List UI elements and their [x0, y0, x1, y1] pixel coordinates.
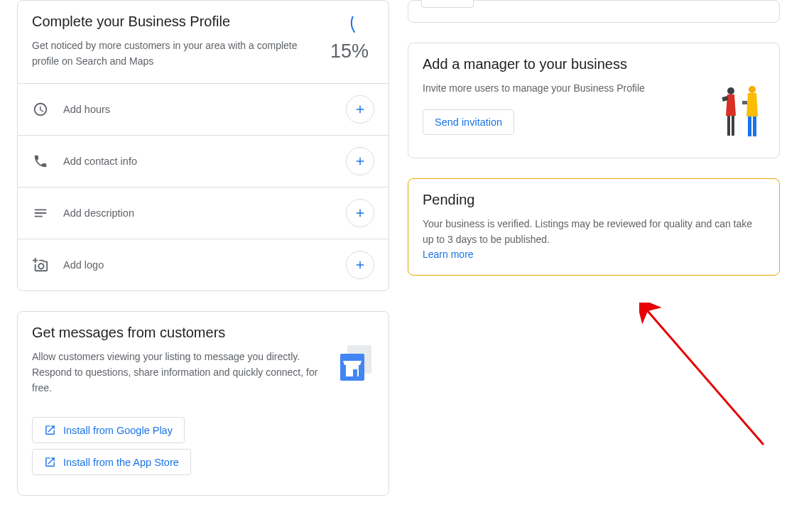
- progress-arc-icon: [332, 16, 367, 33]
- svg-rect-6: [732, 116, 734, 136]
- progress-percent: 15%: [330, 40, 369, 63]
- send-invitation-button[interactable]: Send invitation: [423, 109, 514, 135]
- notes-icon: [32, 205, 49, 222]
- action-add-logo[interactable]: Add logo: [18, 239, 389, 291]
- messages-title: Get messages from customers: [32, 325, 374, 341]
- pending-desc: Your business is verified. Listings may …: [423, 217, 765, 247]
- add-logo-button[interactable]: [346, 251, 374, 279]
- open-new-icon: [44, 424, 56, 436]
- learn-more-link[interactable]: Learn more: [423, 249, 474, 260]
- action-label: Add hours: [63, 104, 332, 115]
- plus-icon: [354, 103, 366, 116]
- pending-title: Pending: [423, 192, 765, 208]
- storefront-icon: [335, 344, 374, 396]
- add-contact-button[interactable]: [346, 147, 374, 175]
- messages-card: Get messages from customers Allow custom…: [17, 311, 389, 496]
- manager-title: Add a manager to your business: [423, 56, 765, 72]
- action-add-hours[interactable]: Add hours: [18, 84, 389, 136]
- pending-card: Pending Your business is verified. Listi…: [408, 178, 780, 276]
- svg-rect-9: [748, 116, 751, 136]
- action-add-contact[interactable]: Add contact info: [18, 136, 389, 188]
- svg-point-4: [727, 87, 734, 94]
- svg-rect-10: [753, 116, 756, 136]
- add-description-button[interactable]: [346, 199, 374, 227]
- complete-profile-card: Complete your Business Profile Get notic…: [17, 0, 389, 291]
- phone-icon: [32, 153, 49, 170]
- profile-title: Complete your Business Profile: [32, 13, 316, 30]
- add-manager-card: Add a manager to your business Invite mo…: [408, 43, 780, 158]
- action-label: Add description: [63, 207, 332, 219]
- profile-desc: Get noticed by more customers in your ar…: [32, 38, 316, 69]
- action-add-description[interactable]: Add description: [18, 188, 389, 239]
- people-illustration-icon: [717, 84, 765, 143]
- open-new-icon: [44, 456, 56, 468]
- action-label: Add contact info: [63, 156, 332, 167]
- partial-card-top: [408, 0, 780, 23]
- svg-rect-3: [353, 369, 357, 376]
- plus-icon: [354, 155, 366, 168]
- install-app-store-button[interactable]: Install from the App Store: [32, 449, 191, 475]
- messages-desc: Allow customers viewing your listing to …: [32, 349, 320, 396]
- manager-desc: Invite more users to manage your Busines…: [423, 81, 704, 97]
- plus-icon: [354, 259, 366, 271]
- svg-point-8: [749, 86, 756, 93]
- add-hours-button[interactable]: [346, 95, 374, 124]
- install-google-play-button[interactable]: Install from Google Play: [32, 417, 185, 443]
- svg-rect-11: [742, 101, 747, 104]
- plus-icon: [354, 207, 366, 219]
- action-label: Add logo: [63, 259, 332, 271]
- svg-rect-5: [727, 116, 730, 136]
- add-photo-icon: [32, 256, 49, 273]
- clock-icon: [32, 101, 49, 118]
